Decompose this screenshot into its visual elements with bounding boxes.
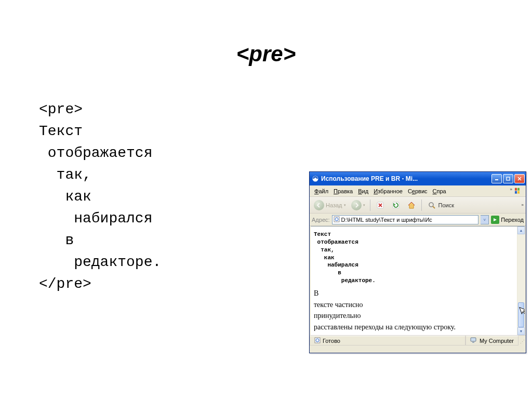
scroll-down-icon[interactable]: ▼ bbox=[517, 327, 525, 335]
svg-point-9 bbox=[429, 203, 433, 207]
html-file-icon bbox=[334, 216, 340, 223]
menu-tools[interactable]: Сервис bbox=[405, 188, 430, 194]
maximize-button[interactable] bbox=[503, 174, 513, 183]
zone-text: My Computer bbox=[480, 338, 514, 344]
close-button[interactable] bbox=[514, 174, 525, 183]
magnifier-icon bbox=[427, 200, 437, 210]
back-label: Назад bbox=[326, 202, 342, 208]
search-button[interactable]: Поиск bbox=[424, 199, 456, 211]
ie-logo-icon bbox=[312, 175, 319, 182]
code-example: <pre> Текст отображается так, как набира… bbox=[39, 99, 161, 295]
go-label: Переход bbox=[501, 217, 524, 223]
stop-button[interactable] bbox=[373, 199, 388, 211]
paragraph: В bbox=[314, 288, 522, 299]
back-dropdown-icon: ▾ bbox=[344, 203, 346, 207]
rendered-paragraphs: В тексте частисно принудительно расставл… bbox=[311, 285, 525, 333]
paragraph: принудительно bbox=[314, 310, 522, 322]
scroll-up-icon[interactable]: ▲ bbox=[517, 227, 525, 234]
computer-icon bbox=[470, 337, 477, 344]
forward-dropdown-icon: ▾ bbox=[363, 203, 365, 207]
toolbar-overflow-icon[interactable]: » bbox=[522, 203, 524, 207]
address-dropdown[interactable]: v bbox=[481, 215, 489, 224]
page-title: <pre> bbox=[0, 0, 532, 66]
svg-rect-2 bbox=[507, 177, 510, 180]
refresh-button[interactable] bbox=[389, 199, 403, 211]
browser-content: Текст отображается так, как набирался в … bbox=[311, 226, 525, 335]
forward-arrow-icon bbox=[351, 200, 362, 210]
address-input[interactable]: D:\HTML study\Текст и шрифты\Ис bbox=[332, 215, 479, 224]
forward-button[interactable]: ▾ bbox=[349, 199, 367, 211]
windows-logo-icon bbox=[513, 186, 525, 196]
stop-icon bbox=[375, 200, 385, 210]
svg-line-10 bbox=[433, 206, 435, 208]
refresh-icon bbox=[391, 200, 401, 210]
menu-overflow-icon[interactable]: » bbox=[510, 187, 512, 192]
menu-help[interactable]: Спра bbox=[430, 188, 449, 194]
menu-favorites[interactable]: Избранное bbox=[371, 188, 405, 194]
paragraph: тексте частисно bbox=[314, 299, 522, 311]
menu-view[interactable]: Вид bbox=[355, 188, 371, 194]
minimize-button[interactable] bbox=[491, 174, 502, 183]
svg-rect-15 bbox=[471, 338, 476, 341]
rendered-pre-block: Текст отображается так, как набирался в … bbox=[311, 227, 525, 285]
html-status-icon bbox=[314, 337, 321, 344]
search-label: Поиск bbox=[438, 202, 454, 208]
go-button[interactable]: Переход bbox=[491, 216, 524, 224]
svg-rect-16 bbox=[472, 342, 474, 343]
home-icon bbox=[406, 200, 417, 210]
address-path: D:\HTML study\Текст и шрифты\Ис bbox=[341, 217, 432, 223]
menu-edit[interactable]: Правка bbox=[331, 188, 355, 194]
vertical-scrollbar[interactable]: ▲ ▼ bbox=[517, 227, 525, 335]
status-left: Готово bbox=[310, 336, 466, 345]
address-label: Адрес: bbox=[312, 217, 330, 223]
back-arrow-icon bbox=[314, 200, 324, 210]
status-bar: Готово My Computer ⋰ bbox=[310, 335, 526, 345]
status-text: Готово bbox=[323, 338, 340, 344]
toolbar-separator bbox=[370, 200, 370, 211]
menu-file[interactable]: Файл bbox=[312, 188, 331, 194]
toolbar-separator bbox=[421, 200, 422, 211]
address-bar: Адрес: D:\HTML study\Текст и шрифты\Ис v… bbox=[310, 214, 526, 226]
window-title: Использование PRE и BR - Mi... bbox=[321, 175, 490, 182]
resize-grip-icon[interactable]: ⋰ bbox=[518, 336, 526, 345]
status-zone: My Computer bbox=[466, 336, 518, 345]
titlebar[interactable]: Использование PRE и BR - Mi... bbox=[310, 172, 526, 185]
go-arrow-icon bbox=[491, 216, 499, 224]
paragraph: расставлены переходы на следующую строку… bbox=[314, 322, 522, 333]
back-button[interactable]: Назад ▾ bbox=[312, 199, 348, 211]
home-button[interactable] bbox=[404, 199, 419, 211]
toolbar: Назад ▾ ▾ bbox=[310, 197, 526, 214]
browser-window: Использование PRE и BR - Mi... Файл Прав… bbox=[309, 171, 526, 353]
menubar: Файл Правка Вид Избранное Сервис Спра » bbox=[310, 185, 526, 197]
